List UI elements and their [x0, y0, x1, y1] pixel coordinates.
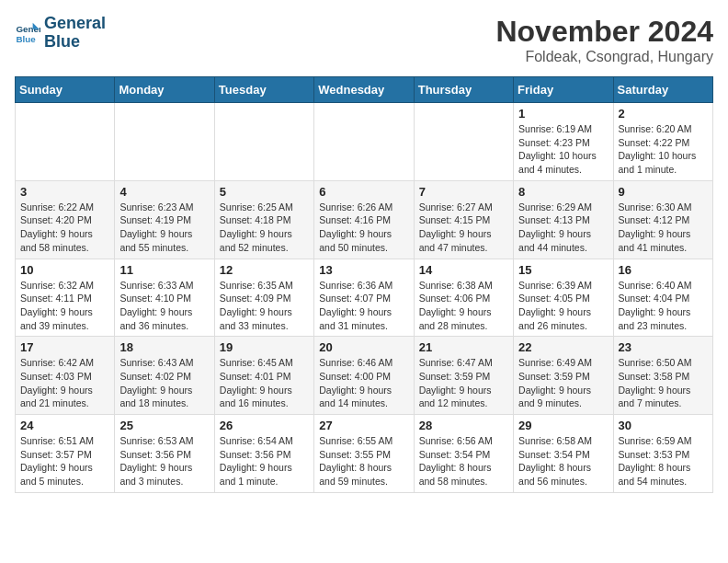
calendar-cell: 13Sunrise: 6:36 AM Sunset: 4:07 PM Dayli… — [314, 259, 414, 337]
day-info: Sunrise: 6:36 AM Sunset: 4:07 PM Dayligh… — [319, 279, 408, 333]
day-number: 24 — [20, 419, 109, 432]
location: Foldeak, Csongrad, Hungary — [495, 49, 713, 65]
calendar-cell: 22Sunrise: 6:49 AM Sunset: 3:59 PM Dayli… — [514, 337, 613, 415]
svg-text:Blue: Blue — [16, 34, 36, 44]
calendar-table: SundayMondayTuesdayWednesdayThursdayFrid… — [15, 76, 713, 493]
day-number: 6 — [319, 185, 408, 199]
day-info: Sunrise: 6:20 AM Sunset: 4:22 PM Dayligh… — [619, 122, 708, 177]
day-number: 11 — [119, 263, 209, 277]
day-number: 28 — [419, 419, 508, 432]
day-info: Sunrise: 6:39 AM Sunset: 4:05 PM Dayligh… — [518, 279, 608, 333]
day-info: Sunrise: 6:43 AM Sunset: 4:02 PM Dayligh… — [119, 356, 209, 410]
calendar-cell: 25Sunrise: 6:53 AM Sunset: 3:56 PM Dayli… — [115, 415, 214, 493]
day-info: Sunrise: 6:19 AM Sunset: 4:23 PM Dayligh… — [518, 122, 608, 177]
day-number: 8 — [518, 185, 608, 199]
calendar-cell: 21Sunrise: 6:47 AM Sunset: 3:59 PM Dayli… — [414, 337, 513, 415]
calendar-cell: 23Sunrise: 6:50 AM Sunset: 3:58 PM Dayli… — [613, 337, 712, 415]
day-number: 17 — [20, 340, 109, 354]
weekday-header: Friday — [514, 77, 613, 103]
day-number: 5 — [220, 185, 309, 199]
calendar-cell: 24Sunrise: 6:51 AM Sunset: 3:57 PM Dayli… — [16, 415, 115, 493]
calendar-cell: 17Sunrise: 6:42 AM Sunset: 4:03 PM Dayli… — [16, 337, 115, 415]
day-info: Sunrise: 6:25 AM Sunset: 4:18 PM Dayligh… — [220, 201, 309, 255]
day-number: 23 — [619, 340, 708, 354]
day-number: 26 — [220, 419, 309, 432]
calendar-week-row: 1Sunrise: 6:19 AM Sunset: 4:23 PM Daylig… — [16, 103, 713, 181]
day-number: 1 — [518, 107, 608, 121]
weekday-header: Wednesday — [314, 77, 414, 103]
day-info: Sunrise: 6:58 AM Sunset: 3:54 PM Dayligh… — [518, 434, 608, 488]
day-number: 15 — [518, 263, 608, 277]
day-number: 4 — [119, 185, 209, 199]
day-info: Sunrise: 6:49 AM Sunset: 3:59 PM Dayligh… — [518, 356, 608, 410]
calendar-cell: 30Sunrise: 6:59 AM Sunset: 3:53 PM Dayli… — [613, 415, 712, 493]
calendar-cell: 11Sunrise: 6:33 AM Sunset: 4:10 PM Dayli… — [115, 259, 214, 337]
calendar-cell: 9Sunrise: 6:30 AM Sunset: 4:12 PM Daylig… — [613, 180, 712, 259]
calendar-header-row: SundayMondayTuesdayWednesdayThursdayFrid… — [16, 77, 713, 103]
day-number: 30 — [619, 419, 708, 432]
calendar-cell: 8Sunrise: 6:29 AM Sunset: 4:13 PM Daylig… — [514, 180, 613, 259]
day-info: Sunrise: 6:50 AM Sunset: 3:58 PM Dayligh… — [619, 356, 708, 410]
day-number: 19 — [220, 340, 309, 354]
calendar-cell: 20Sunrise: 6:46 AM Sunset: 4:00 PM Dayli… — [314, 337, 414, 415]
day-info: Sunrise: 6:27 AM Sunset: 4:15 PM Dayligh… — [419, 201, 508, 255]
day-number: 20 — [319, 340, 408, 354]
calendar-cell — [314, 103, 414, 181]
day-info: Sunrise: 6:29 AM Sunset: 4:13 PM Dayligh… — [518, 201, 608, 255]
calendar-week-row: 10Sunrise: 6:32 AM Sunset: 4:11 PM Dayli… — [16, 259, 713, 337]
day-info: Sunrise: 6:40 AM Sunset: 4:04 PM Dayligh… — [619, 279, 708, 333]
day-info: Sunrise: 6:47 AM Sunset: 3:59 PM Dayligh… — [419, 356, 508, 410]
calendar-cell — [214, 103, 313, 181]
weekday-header: Tuesday — [214, 77, 313, 103]
weekday-header: Thursday — [414, 77, 513, 103]
day-number: 13 — [319, 263, 408, 277]
day-info: Sunrise: 6:54 AM Sunset: 3:56 PM Dayligh… — [220, 434, 309, 488]
weekday-header: Monday — [115, 77, 214, 103]
calendar-cell: 12Sunrise: 6:35 AM Sunset: 4:09 PM Dayli… — [214, 259, 313, 337]
day-info: Sunrise: 6:59 AM Sunset: 3:53 PM Dayligh… — [619, 434, 708, 488]
weekday-header: Saturday — [613, 77, 712, 103]
logo-text: General Blue — [44, 15, 106, 52]
calendar-week-row: 24Sunrise: 6:51 AM Sunset: 3:57 PM Dayli… — [16, 415, 713, 493]
logo-icon: General Blue — [15, 20, 40, 46]
day-info: Sunrise: 6:56 AM Sunset: 3:54 PM Dayligh… — [419, 434, 508, 488]
weekday-header: Sunday — [16, 77, 115, 103]
day-number: 12 — [220, 263, 309, 277]
calendar-cell: 14Sunrise: 6:38 AM Sunset: 4:06 PM Dayli… — [414, 259, 513, 337]
calendar-week-row: 17Sunrise: 6:42 AM Sunset: 4:03 PM Dayli… — [16, 337, 713, 415]
day-number: 25 — [119, 419, 209, 432]
day-number: 29 — [518, 419, 608, 432]
calendar-cell: 6Sunrise: 6:26 AM Sunset: 4:16 PM Daylig… — [314, 180, 414, 259]
day-number: 16 — [619, 263, 708, 277]
day-number: 14 — [419, 263, 508, 277]
day-info: Sunrise: 6:38 AM Sunset: 4:06 PM Dayligh… — [419, 279, 508, 333]
calendar-cell: 7Sunrise: 6:27 AM Sunset: 4:15 PM Daylig… — [414, 180, 513, 259]
day-info: Sunrise: 6:51 AM Sunset: 3:57 PM Dayligh… — [20, 434, 109, 488]
day-info: Sunrise: 6:35 AM Sunset: 4:09 PM Dayligh… — [220, 279, 309, 333]
day-number: 22 — [518, 340, 608, 354]
calendar-week-row: 3Sunrise: 6:22 AM Sunset: 4:20 PM Daylig… — [16, 180, 713, 259]
calendar-cell: 10Sunrise: 6:32 AM Sunset: 4:11 PM Dayli… — [16, 259, 115, 337]
calendar-cell: 19Sunrise: 6:45 AM Sunset: 4:01 PM Dayli… — [214, 337, 313, 415]
day-info: Sunrise: 6:33 AM Sunset: 4:10 PM Dayligh… — [119, 279, 209, 333]
calendar-cell: 29Sunrise: 6:58 AM Sunset: 3:54 PM Dayli… — [514, 415, 613, 493]
day-number: 10 — [20, 263, 109, 277]
calendar-cell: 2Sunrise: 6:20 AM Sunset: 4:22 PM Daylig… — [613, 103, 712, 181]
calendar-cell: 3Sunrise: 6:22 AM Sunset: 4:20 PM Daylig… — [16, 180, 115, 259]
calendar-cell — [16, 103, 115, 181]
day-info: Sunrise: 6:45 AM Sunset: 4:01 PM Dayligh… — [220, 356, 309, 410]
month-title: November 2024 — [495, 15, 713, 49]
day-number: 2 — [619, 107, 708, 121]
title-area: November 2024 Foldeak, Csongrad, Hungary — [495, 15, 713, 65]
calendar-cell: 5Sunrise: 6:25 AM Sunset: 4:18 PM Daylig… — [214, 180, 313, 259]
calendar-cell: 15Sunrise: 6:39 AM Sunset: 4:05 PM Dayli… — [514, 259, 613, 337]
logo: General Blue General Blue — [15, 15, 106, 52]
calendar-cell — [115, 103, 214, 181]
day-info: Sunrise: 6:53 AM Sunset: 3:56 PM Dayligh… — [119, 434, 209, 488]
calendar-cell: 27Sunrise: 6:55 AM Sunset: 3:55 PM Dayli… — [314, 415, 414, 493]
day-info: Sunrise: 6:30 AM Sunset: 4:12 PM Dayligh… — [619, 201, 708, 255]
calendar-cell: 1Sunrise: 6:19 AM Sunset: 4:23 PM Daylig… — [514, 103, 613, 181]
calendar-cell: 4Sunrise: 6:23 AM Sunset: 4:19 PM Daylig… — [115, 180, 214, 259]
day-info: Sunrise: 6:46 AM Sunset: 4:00 PM Dayligh… — [319, 356, 408, 410]
day-number: 9 — [619, 185, 708, 199]
